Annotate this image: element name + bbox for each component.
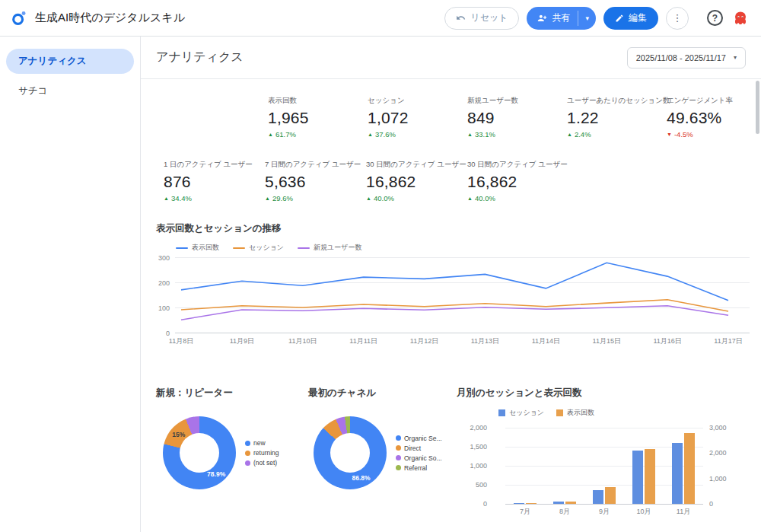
line-chart[interactable]: 3002001000 11月8日11月9日11月10日11月11日11月12日1… — [156, 257, 759, 350]
date-range-value: 2025/11/08 - 2025/11/17 — [636, 53, 726, 62]
scorecard-delta-value: 33.1% — [475, 130, 495, 139]
gridline — [505, 504, 703, 505]
slice-percentage-label: 15% — [172, 431, 185, 438]
legend-swatch — [396, 445, 401, 451]
bar[interactable] — [593, 490, 603, 504]
user-avatar[interactable] — [731, 8, 750, 28]
legend-item: セッション — [498, 408, 544, 418]
bar[interactable] — [672, 443, 683, 504]
legend-label: Referral — [404, 464, 427, 472]
legend-item: Organic Se... — [396, 435, 442, 442]
axis-tick-label: 3,000 — [709, 424, 727, 432]
delta-up-icon: ▲ — [368, 132, 373, 137]
date-range-selector[interactable]: 2025/11/08 - 2025/11/17 ▾ — [627, 47, 746, 68]
donut1-legend: newreturning(not set) — [245, 439, 279, 467]
bar[interactable] — [645, 449, 655, 504]
donut1-plot[interactable]: 78.9%15% — [163, 416, 236, 489]
scorecard-label: 1 日のアクティブ ユーザー — [164, 160, 265, 170]
reset-button[interactable]: リセット — [444, 7, 519, 30]
scorecard-value: 849 — [467, 109, 567, 127]
delta-up-icon: ▲ — [366, 196, 371, 201]
legend-swatch — [556, 409, 563, 416]
scorecard-delta-value: 29.6% — [272, 194, 293, 202]
looker-studio-logo-icon[interactable] — [11, 10, 27, 27]
scorecard: 30 日間のアクティブ ユーザー16,862▲40.0% — [366, 160, 467, 202]
vertical-dots-icon: ⋮ — [673, 12, 683, 24]
legend-label: Direct — [404, 444, 421, 452]
scorecard-value: 1.22 — [567, 109, 667, 127]
legend-item: new — [245, 439, 279, 447]
axis-tick-label: 11月17日 — [714, 336, 742, 346]
sidebar-item[interactable]: アナリティクス — [6, 49, 134, 74]
donut-chart-new-vs-returning: 新規：リピーター 78.9%15% newreturning(not set) — [156, 387, 304, 489]
scorecard: 表示回数1,965▲61.7% — [268, 96, 368, 139]
report-title[interactable]: 生成AI時代のデジタルスキル — [35, 11, 185, 25]
donut2-legend: Organic Se...DirectOrganic So...Referral — [396, 435, 442, 472]
delta-down-icon: ▼ — [667, 132, 672, 137]
bar[interactable] — [632, 451, 643, 504]
donut2-plot[interactable]: 86.8% — [314, 416, 387, 489]
legend-swatch — [245, 441, 250, 446]
legend-swatch — [233, 247, 245, 249]
legend-swatch — [298, 247, 310, 249]
bar[interactable] — [526, 503, 537, 504]
scrollbar[interactable] — [756, 81, 759, 134]
bar[interactable] — [553, 502, 564, 504]
scorecard-value: 1,072 — [368, 109, 467, 127]
axis-tick-label: 1,000 — [470, 462, 487, 470]
bar-chart-plot-row: 2,0001,5001,0005000 3,0002,0001,0000 — [457, 428, 753, 504]
axis-tick-label: 10月 — [624, 507, 664, 517]
scorecard: ユーザーあたりのセッション数1.22▲2.4% — [567, 96, 667, 139]
delta-up-icon: ▲ — [268, 132, 273, 137]
share-label: 共有 — [552, 11, 570, 24]
bar-chart-plot[interactable] — [505, 428, 703, 504]
scorecard-label: セッション — [368, 96, 467, 106]
legend-swatch — [176, 247, 188, 249]
axis-tick-label: 11月11日 — [349, 336, 377, 346]
bar-chart-monthly: 月別のセッションと表示回数 セッション表示回数 2,0001,5001,0005… — [457, 387, 753, 517]
scorecard-label: 7 日間のアクティブ ユーザー — [265, 160, 366, 170]
more-options-button[interactable]: ⋮ — [666, 7, 689, 30]
donut1-area: 78.9%15% newreturning(not set) — [156, 416, 304, 489]
scorecard-delta: ▼-4.5% — [667, 130, 761, 139]
legend-label: セッション — [509, 408, 544, 418]
axis-tick-label: 300 — [158, 254, 170, 262]
share-main[interactable]: 共有 — [527, 7, 578, 30]
scorecard-delta: ▲40.0% — [366, 194, 467, 202]
scorecard-delta-value: 34.4% — [171, 194, 192, 202]
help-button[interactable]: ? — [707, 10, 723, 26]
share-button[interactable]: 共有 ▾ — [527, 7, 596, 30]
axis-tick-label: 11月15日 — [593, 336, 621, 346]
bar[interactable] — [514, 503, 524, 504]
scorecard-value: 5,636 — [265, 173, 366, 191]
scorecard-row-2: 1 日のアクティブ ユーザー876▲34.4%7 日間のアクティブ ユーザー5,… — [164, 160, 568, 202]
bar[interactable] — [605, 487, 616, 504]
donut2-area: 86.8% Organic Se...DirectOrganic So...Re… — [308, 416, 457, 489]
share-dropdown-caret[interactable]: ▾ — [578, 7, 596, 30]
page-title: アナリティクス — [156, 49, 244, 65]
sidebar-item[interactable]: サチコ — [6, 78, 134, 104]
question-mark-icon: ? — [712, 13, 718, 24]
header-actions: リセット 共有 ▾ 編集 ⋮ ? — [444, 7, 750, 30]
scorecard-label: 30 日間のアクティブ ユーザー — [366, 160, 467, 170]
scorecard: 30 日間のアクティブ ユーザー16,862▲40.0% — [467, 160, 568, 202]
edit-button[interactable]: 編集 — [603, 7, 658, 30]
bar-chart-legend: セッション表示回数 — [498, 408, 753, 418]
scorecard-delta: ▲37.6% — [368, 130, 467, 139]
scorecard-label: 新規ユーザー数 — [467, 96, 567, 106]
bar[interactable] — [565, 502, 576, 504]
axis-tick-label: 11月10日 — [288, 336, 317, 346]
legend-label: Organic So... — [404, 454, 442, 462]
axis-tick-label: 11月16日 — [653, 336, 681, 346]
axis-tick-label: 0 — [166, 330, 170, 337]
scorecard-delta-value: 61.7% — [275, 130, 296, 139]
person-add-icon — [537, 13, 547, 24]
pages-sidebar: アナリティクスサチコ — [0, 37, 141, 532]
report-canvas: 表示回数1,965▲61.7%セッション1,072▲37.6%新規ユーザー数84… — [141, 79, 761, 532]
bar[interactable] — [684, 433, 695, 504]
legend-item: セッション — [233, 243, 284, 253]
legend-item: Referral — [396, 464, 442, 472]
line-chart-plot[interactable] — [175, 257, 750, 333]
bar-group — [624, 428, 664, 504]
legend-item: 表示回数 — [176, 243, 219, 253]
